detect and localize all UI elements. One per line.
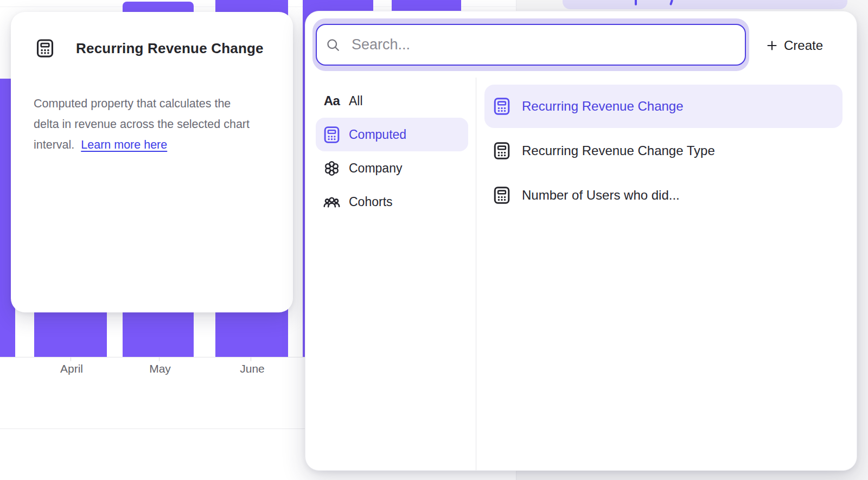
panel-vertical-divider	[476, 78, 476, 470]
category-item-cohorts[interactable]: Cohorts	[316, 185, 468, 219]
category-item-all[interactable]: Aa All	[316, 84, 468, 118]
result-item-recurring-revenue-change-type[interactable]: Recurring Revenue Change Type	[484, 129, 843, 172]
tooltip-description-line: interval. Learn more here	[34, 135, 283, 155]
category-list: Aa All Computed Company Cohorts	[316, 84, 468, 219]
search-icon	[326, 37, 341, 53]
clipped-text-fragment	[669, 0, 673, 5]
category-label: Cohorts	[349, 195, 393, 209]
category-item-company[interactable]: Company	[316, 151, 468, 185]
create-button-label: Create	[784, 38, 823, 53]
category-label: Company	[349, 161, 402, 176]
tooltip-description-prefix: interval.	[34, 138, 74, 151]
plus-icon	[765, 39, 778, 52]
axis-tick	[159, 357, 159, 361]
search-field-container	[316, 24, 746, 66]
text-aa-icon: Aa	[322, 92, 341, 111]
calculator-icon	[35, 38, 55, 59]
calculator-icon	[492, 141, 512, 161]
result-label: Number of Users who did...	[522, 188, 680, 203]
search-focus-ring	[312, 18, 749, 71]
calculator-icon	[322, 125, 341, 144]
tooltip-header: Recurring Revenue Change	[35, 38, 264, 59]
category-item-computed[interactable]: Computed	[316, 118, 468, 151]
axis-label: May	[149, 362, 171, 375]
company-cluster-icon	[322, 159, 341, 178]
results-list: Recurring Revenue Change Recurring Reven…	[484, 85, 843, 218]
tooltip-description-line: Computed property that calculates the	[34, 93, 283, 114]
create-button[interactable]: Create	[765, 32, 823, 59]
category-label: Computed	[349, 127, 406, 142]
property-picker-panel: Create Aa All Computed Company Cohorts	[305, 11, 857, 471]
category-label: All	[349, 94, 363, 108]
search-input[interactable]	[341, 25, 745, 65]
clipped-highlight-pill	[563, 0, 847, 9]
tooltip-title: Recurring Revenue Change	[76, 40, 264, 57]
calculator-icon	[492, 97, 512, 116]
calculator-icon	[492, 185, 512, 205]
tooltip-description: Computed property that calculates the de…	[34, 93, 283, 155]
learn-more-link[interactable]: Learn more here	[81, 138, 167, 151]
tooltip-description-line: delta in revenue across the selected cha…	[34, 114, 283, 135]
result-label: Recurring Revenue Change	[522, 99, 684, 114]
result-label: Recurring Revenue Change Type	[522, 143, 715, 158]
axis-tick	[251, 357, 251, 361]
axis-tick	[71, 357, 71, 361]
clipped-text-fragment	[635, 0, 637, 5]
axis-label: June	[240, 362, 265, 375]
axis-label: April	[60, 362, 83, 375]
result-item-number-of-users-who-did[interactable]: Number of Users who did...	[484, 174, 843, 217]
cohorts-people-icon	[322, 193, 341, 212]
property-tooltip-card: Recurring Revenue Change Computed proper…	[11, 12, 293, 312]
result-item-recurring-revenue-change[interactable]: Recurring Revenue Change	[484, 85, 843, 128]
